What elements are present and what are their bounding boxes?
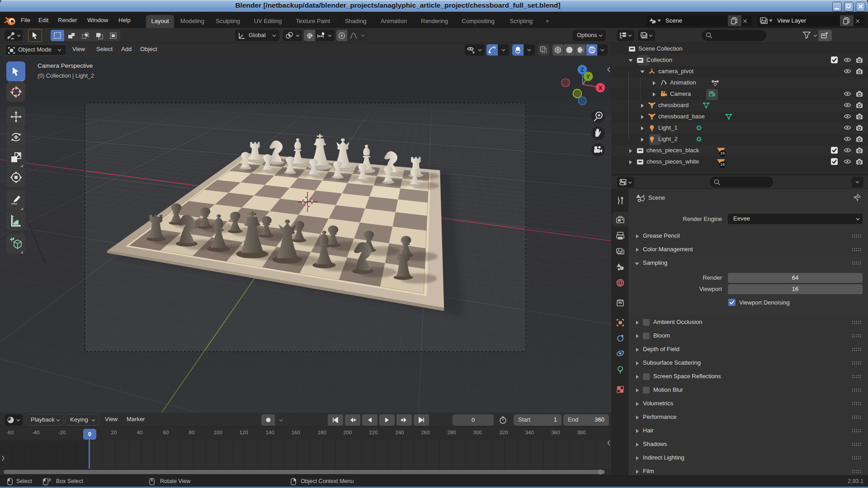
svg-text:Y: Y — [586, 74, 590, 80]
svg-text:16: 16 — [720, 151, 725, 155]
svg-text:X: X — [599, 85, 602, 91]
svg-text:Z: Z — [580, 67, 584, 73]
svg-text:16: 16 — [720, 162, 725, 167]
